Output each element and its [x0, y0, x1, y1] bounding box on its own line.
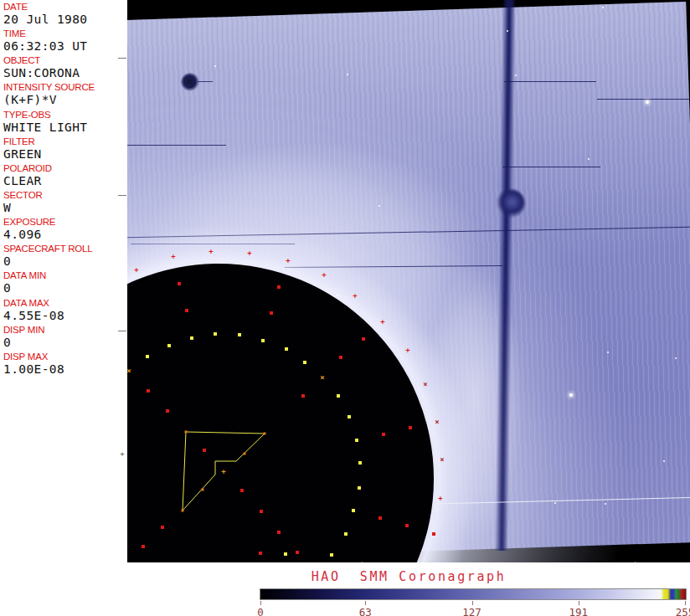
metadata-field: SECTORW — [0, 190, 127, 217]
fiducial-red-plus: + — [134, 266, 138, 274]
field-label: DISP MAX — [3, 352, 127, 362]
metadata-field: TYPE-OBSWHITE LIGHT — [0, 110, 127, 136]
fiducial-yellow-dot — [167, 344, 171, 347]
colorbar-tick-label: 255 — [676, 606, 690, 616]
left-axis-plus: + — [120, 450, 124, 458]
fiducial-red-plus: + — [380, 318, 384, 326]
polygon-vertex-dot — [182, 510, 184, 512]
field-value: 1.00E-08 — [3, 362, 127, 377]
field-label: DATE — [3, 2, 127, 13]
metadata-field: DATE20 Jul 1980 — [0, 2, 127, 28]
field-value: CLEAR — [3, 174, 127, 188]
fiducial-yellow-dot — [358, 486, 361, 490]
fiducial-orange-x: × — [320, 374, 324, 382]
colorbar-tick — [365, 601, 366, 605]
fiducial-red-dot — [277, 531, 281, 534]
polygon-vertex-dot — [244, 453, 246, 455]
metadata-field: FILTERGREEN — [0, 136, 127, 163]
field-label: SECTOR — [3, 190, 127, 201]
colorbar-tick-label: 127 — [462, 606, 481, 616]
field-value: 06:32:03 UT — [3, 39, 127, 54]
field-label: EXPOSURE — [3, 217, 127, 228]
fiducial-red-dot — [339, 356, 342, 359]
left-axis-tick — [118, 195, 126, 196]
star-point — [646, 100, 649, 104]
fiducial-yellow-dot — [330, 553, 333, 557]
metadata-field: DATA MIN0 — [0, 270, 127, 297]
colorbar-tick-label: 191 — [569, 606, 588, 616]
star-point — [378, 205, 380, 207]
fiducial-red-plus: + — [286, 257, 290, 264]
metadata-field: POLAROIDCLEAR — [0, 163, 127, 190]
colorbar-tick — [472, 601, 473, 605]
fiducial-red-x: × — [440, 456, 444, 464]
star-point — [554, 502, 556, 504]
field-value: SUN:CORONA — [3, 66, 127, 80]
fiducial-yellow-dot — [285, 347, 288, 351]
field-value: 0 — [3, 281, 127, 295]
star-point — [569, 393, 573, 397]
field-label: DATA MIN — [3, 270, 127, 281]
colorbar-tick-label: 63 — [359, 606, 372, 616]
star-point — [214, 65, 216, 67]
fiducial-red-dot — [178, 282, 181, 285]
fiducial-red-dot — [240, 489, 244, 492]
field-value: 0 — [3, 336, 127, 350]
fiducial-red-dot — [296, 551, 299, 554]
colorbar-tick — [260, 601, 261, 605]
star-point — [337, 295, 338, 296]
region-polygon — [127, 0, 690, 562]
fiducial-red-plus: + — [405, 346, 409, 354]
metadata-field: DISP MIN0 — [0, 325, 127, 352]
polygon-vertex-dot — [202, 489, 204, 491]
field-label: FILTER — [3, 136, 127, 147]
fiducial-red-dot — [161, 526, 164, 529]
star-point — [515, 74, 517, 76]
metadata-field: TIME06:32:03 UT — [0, 28, 127, 55]
fiducial-red-dot — [259, 552, 262, 555]
field-label: SPACECRAFT ROLL — [3, 244, 127, 254]
fiducial-red-x: × — [435, 418, 439, 426]
colorbar-tick — [685, 601, 686, 605]
field-value: GREEN — [3, 147, 127, 162]
field-value: 0 — [3, 254, 127, 269]
fiducial-red-dot — [362, 337, 365, 341]
star-point — [588, 158, 590, 160]
fiducial-yellow-dot — [358, 461, 362, 465]
field-value: W — [3, 201, 127, 215]
metadata-field: SPACECRAFT ROLL0 — [0, 244, 127, 270]
image-title: HAO SMM Coronagraph — [127, 569, 690, 584]
polygon-vertex-dot — [264, 433, 266, 435]
star-point — [507, 30, 508, 32]
fiducial-red-dot — [382, 433, 385, 436]
star-point — [675, 357, 677, 359]
fiducial-red-dot — [432, 532, 435, 536]
metadata-field: DATA MAX4.55E-08 — [0, 298, 127, 325]
metadata-field: INTENSITY SOURCE(K+F)*V — [0, 82, 127, 109]
star-point — [663, 460, 665, 462]
fiducial-red-dot — [147, 389, 150, 393]
fiducial-red-plus: + — [247, 249, 251, 257]
field-label: OBJECT — [3, 55, 127, 66]
field-value: 20 Jul 1980 — [3, 13, 127, 27]
intensity-colorbar — [260, 588, 687, 600]
fiducial-red-dot — [378, 516, 382, 520]
metadata-field: EXPOSURE4.096 — [0, 217, 127, 244]
fiducial-yellow-dot — [190, 336, 193, 340]
fiducial-red-dot — [142, 545, 145, 548]
fiducial-red-dot — [301, 394, 305, 398]
left-axis-tick — [118, 58, 126, 59]
fiducial-red-dot — [277, 285, 281, 289]
star-point — [347, 74, 348, 75]
fiducial-red-plus: + — [322, 271, 326, 279]
fiducial-yellow-dot — [146, 355, 149, 358]
fiducial-red-plus: + — [438, 495, 442, 502]
fiducial-red-x: × — [423, 381, 427, 388]
fiducial-orange-x: × — [127, 367, 131, 375]
fiducial-yellow-dot — [337, 394, 340, 398]
metadata-sidebar: DATE20 Jul 1980TIME06:32:03 UTOBJECTSUN:… — [0, 0, 127, 562]
fiducial-yellow-dot — [348, 415, 351, 418]
star-point — [607, 352, 609, 353]
fiducial-red-plus: + — [353, 292, 357, 300]
coronagraph-image: ++++++++++×××+×× — [127, 0, 690, 562]
